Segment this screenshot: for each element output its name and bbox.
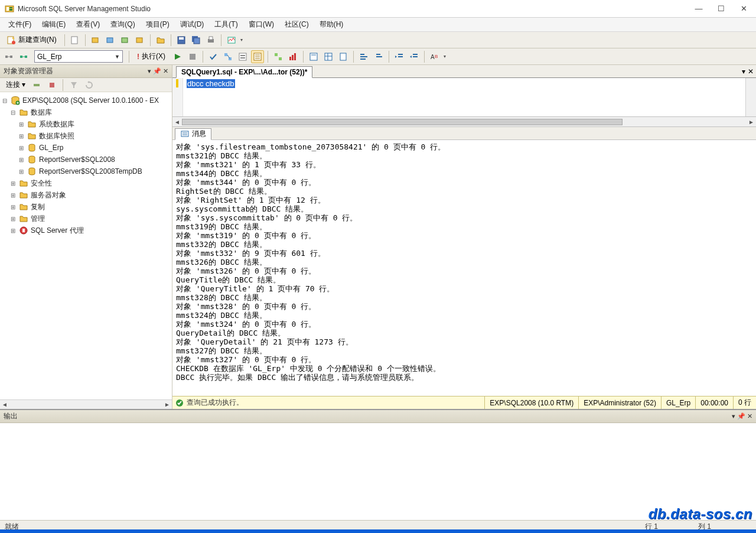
panel-pin-icon[interactable]: 📌: [737, 412, 745, 420]
document-tab[interactable]: SQLQuery1.sql - EXP\...\Ad...tor (52))*: [176, 66, 312, 78]
messages-tab[interactable]: 消息: [175, 128, 211, 140]
editor-content[interactable]: dbcc checkdb: [183, 78, 239, 116]
menu-debug[interactable]: 调试(D): [175, 18, 209, 31]
query-options-icon[interactable]: [236, 50, 249, 63]
panel-menu-icon[interactable]: ▾: [148, 67, 151, 75]
tab-close-icon[interactable]: ✕: [748, 67, 754, 76]
editor-v-scrollbar[interactable]: [745, 78, 756, 116]
tree-label: ReportServer$SQL2008: [39, 155, 115, 164]
results-text-icon[interactable]: [307, 50, 320, 63]
tree-sys-db-node[interactable]: ⊞系统数据库: [1, 118, 171, 130]
change-connection-icon[interactable]: [17, 50, 30, 63]
results-file-icon[interactable]: [337, 50, 350, 63]
object-explorer-scrollbar[interactable]: ◄ ►: [0, 399, 172, 409]
tree-db-rs[interactable]: ⊞ReportServer$SQL2008: [1, 154, 171, 165]
include-stats-icon[interactable]: [286, 50, 299, 63]
debug-icon[interactable]: [171, 50, 184, 63]
specify-values-icon[interactable]: AB: [428, 50, 441, 63]
save-all-icon[interactable]: [190, 34, 203, 47]
intellisense-icon[interactable]: [251, 50, 264, 63]
object-explorer-tree[interactable]: ⊟EXP\SQL2008 (SQL Server 10.0.1600 - EX …: [0, 92, 172, 399]
dropdown-arrow-icon[interactable]: ▾: [240, 37, 243, 43]
panel-menu-icon[interactable]: ▾: [732, 412, 735, 420]
menu-file[interactable]: 文件(F): [4, 18, 36, 31]
print-icon[interactable]: [204, 34, 217, 47]
menu-tools[interactable]: 工具(T): [210, 18, 242, 31]
parse-icon[interactable]: [207, 50, 220, 63]
connect-icon[interactable]: [2, 50, 15, 63]
menu-project[interactable]: 项目(P): [141, 18, 174, 31]
editor-h-scrollbar[interactable]: ◄ ►: [172, 117, 756, 127]
scroll-left-icon[interactable]: ◄: [0, 400, 9, 409]
activity-monitor-icon[interactable]: [225, 34, 238, 47]
comment-icon[interactable]: [357, 50, 370, 63]
svg-rect-42: [325, 53, 332, 60]
scroll-right-icon[interactable]: ►: [747, 117, 756, 126]
save-icon[interactable]: [175, 34, 188, 47]
ce-query-icon[interactable]: [133, 34, 146, 47]
tab-menu-icon[interactable]: ▾: [742, 67, 745, 76]
as-query-icon[interactable]: [104, 34, 117, 47]
scroll-track[interactable]: [9, 400, 162, 409]
tree-agent-node[interactable]: ⊞SQL Server 代理: [1, 225, 171, 236]
maximize-button[interactable]: ☐: [716, 4, 726, 13]
close-button[interactable]: ✕: [738, 4, 749, 13]
indent-icon[interactable]: [393, 50, 406, 63]
scroll-thumb[interactable]: [182, 119, 623, 125]
folder-icon: [19, 214, 28, 223]
tree-management-node[interactable]: ⊞管理: [1, 213, 171, 225]
minimize-button[interactable]: —: [693, 4, 704, 13]
tree-databases-node[interactable]: ⊟数据库: [1, 106, 171, 118]
uncomment-icon[interactable]: [372, 50, 385, 63]
include-plan-icon[interactable]: [272, 50, 285, 63]
output-panel: 输出 ▾ 📌 ✕: [0, 409, 756, 520]
tree-db-rs-temp[interactable]: ⊞ReportServer$SQL2008TempDB: [1, 165, 171, 177]
panel-pin-icon[interactable]: 📌: [153, 67, 161, 75]
scroll-right-icon[interactable]: ►: [162, 400, 172, 409]
tree-snapshot-node[interactable]: ⊞数据库快照: [1, 130, 171, 142]
connect-dropdown[interactable]: 连接 ▾: [4, 79, 28, 91]
menu-edit[interactable]: 编辑(E): [37, 18, 70, 31]
menu-help[interactable]: 帮助(H): [315, 18, 348, 31]
new-query-button[interactable]: 新建查询(N): [2, 34, 61, 47]
stop-icon[interactable]: [45, 79, 58, 92]
outdent-icon[interactable]: [408, 50, 421, 63]
panel-close-icon[interactable]: ✕: [747, 412, 752, 420]
results-grid-icon[interactable]: [322, 50, 335, 63]
refresh-icon[interactable]: [83, 79, 96, 92]
de-query-icon[interactable]: [89, 34, 102, 47]
scroll-left-icon[interactable]: ◄: [172, 117, 182, 126]
disconnect-icon[interactable]: [30, 79, 43, 92]
open-file-icon[interactable]: [154, 34, 167, 47]
tree-security-node[interactable]: ⊞安全性: [1, 177, 171, 189]
separator: [353, 51, 354, 63]
tree-server-objects-node[interactable]: ⊞服务器对象: [1, 189, 171, 201]
output-body[interactable]: [0, 423, 756, 520]
svg-rect-66: [181, 131, 188, 136]
menu-query[interactable]: 查询(Q): [106, 18, 139, 31]
panel-close-icon[interactable]: ✕: [163, 67, 168, 75]
svg-rect-16: [209, 37, 213, 40]
messages-output[interactable]: 对象 'sys.filestream_tombstone_2073058421'…: [172, 140, 756, 396]
database-combo[interactable]: GL_Erp ▼: [34, 50, 123, 63]
execute-button[interactable]: ! 执行(X): [133, 50, 170, 63]
tree-label: 系统数据库: [39, 119, 74, 129]
menu-bar: 文件(F) 编辑(E) 查看(V) 查询(Q) 项目(P) 调试(D) 工具(T…: [0, 18, 756, 32]
scroll-track[interactable]: [182, 117, 747, 126]
tree-replication-node[interactable]: ⊞复制: [1, 201, 171, 213]
new-project-icon[interactable]: [69, 34, 82, 47]
mdx-query-icon[interactable]: [119, 34, 132, 47]
menu-window[interactable]: 窗口(W): [244, 18, 279, 31]
filter-icon[interactable]: [67, 79, 80, 92]
dropdown-arrow-icon[interactable]: ▾: [444, 54, 446, 59]
document-tab-bar: SQLQuery1.sql - EXP\...\Ad...tor (52))* …: [172, 65, 756, 78]
estimated-plan-icon[interactable]: [221, 50, 234, 63]
tree-server-node[interactable]: ⊟EXP\SQL2008 (SQL Server 10.0.1600 - EX: [1, 95, 171, 106]
menu-community[interactable]: 社区(C): [280, 18, 314, 31]
separator: [129, 51, 129, 63]
tree-db-glerp[interactable]: ⊞GL_Erp: [1, 142, 171, 154]
cancel-query-icon[interactable]: [186, 50, 199, 63]
menu-view[interactable]: 查看(V): [71, 18, 105, 31]
svg-rect-36: [279, 57, 282, 60]
sql-editor[interactable]: dbcc checkdb: [172, 78, 756, 117]
